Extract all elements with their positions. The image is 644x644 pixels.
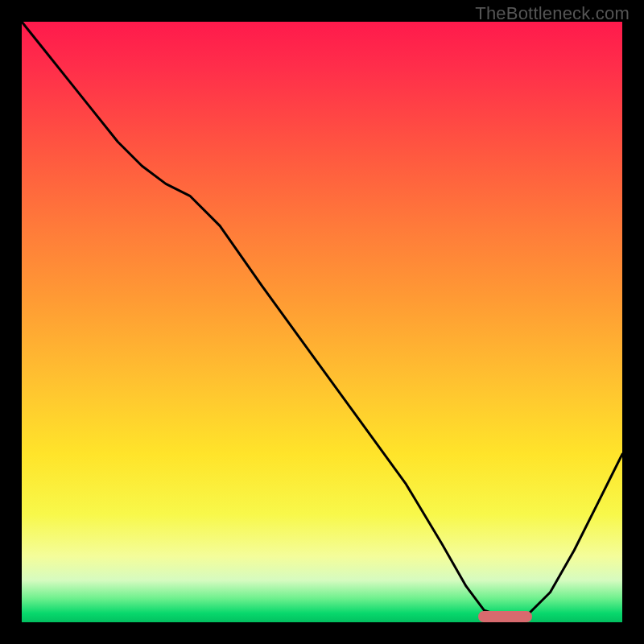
watermark-label: TheBottleneck.com [475,3,630,24]
chart-container: TheBottleneck.com [0,0,644,644]
plot-area [22,22,622,622]
bottleneck-curve [22,22,622,622]
sweet-spot-marker [478,611,532,622]
